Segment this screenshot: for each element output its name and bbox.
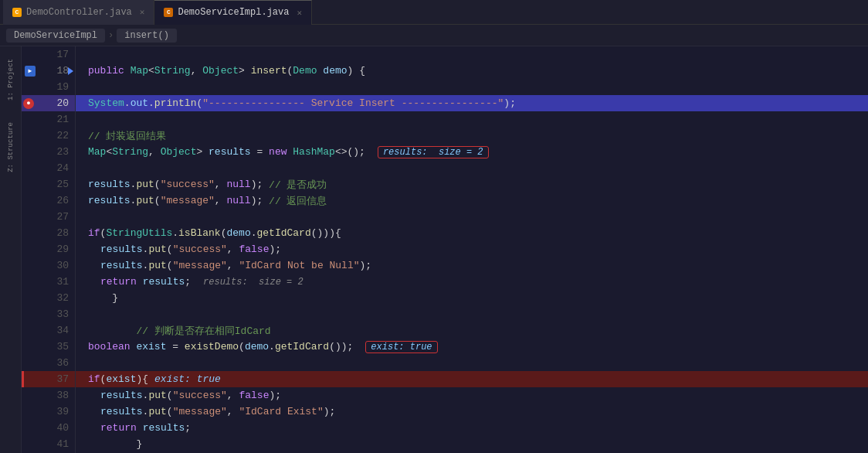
inline-value-gray-31: results: size = 2 (203, 277, 303, 288)
tab-icon-java: C (12, 8, 22, 17)
code-line-36 (76, 355, 868, 371)
gutter-41: 41 (22, 436, 75, 452)
code-line-35: boolean exist = existDemo ( demo . getId… (76, 339, 868, 355)
gutter-32: 32 (22, 290, 75, 306)
code-line-19 (76, 79, 868, 95)
code-line-22: // 封装返回结果 (76, 128, 868, 144)
code-area[interactable]: public Map < String , Object > insert ( … (76, 46, 868, 453)
gutter-36: 36 (22, 355, 75, 371)
code-line-33 (76, 306, 868, 322)
code-line-31: return results ; results: size = 2 (76, 274, 868, 290)
gutter-29: 29 (22, 241, 75, 257)
code-line-27 (76, 209, 868, 225)
gutter-30: 30 (22, 257, 75, 274)
gutter-28: 28 (22, 225, 75, 241)
code-line-18: public Map < String , Object > insert ( … (76, 63, 868, 79)
code-line-41: } (76, 436, 868, 452)
gutter-39: 39 (22, 404, 75, 420)
gutter-24: 24 (22, 160, 75, 176)
gutter-38: 38 (22, 387, 75, 404)
bookmark-icon: ▶ (25, 66, 36, 77)
code-line-26: results . put ( "message" , null ); // 返… (76, 192, 868, 209)
gutter-25: 25 (22, 176, 75, 192)
code-line-32: } (76, 290, 868, 306)
gutter-20: ● 20 (22, 95, 75, 111)
inline-value-results: results: size = 2 (378, 146, 489, 158)
code-line-34: // 判断是否存在相同IdCard (76, 322, 868, 339)
breadcrumb-bar: DemoServiceImpl › insert() (0, 25, 868, 46)
code-line-21 (76, 111, 868, 128)
breadcrumb-method[interactable]: insert() (117, 29, 177, 43)
code-line-23: Map < String , Object > results = new Ha… (76, 144, 868, 160)
breadcrumb-separator: › (108, 30, 114, 41)
code-line-17 (76, 46, 868, 63)
tab-bar: C DemoController.java ✕ C DemoServiceImp… (0, 0, 868, 25)
code-line-39: results . put ( "message" , "IdCard Exis… (76, 404, 868, 420)
code-line-30: results . put ( "message" , "IdCard Not … (76, 257, 868, 274)
breakpoint-icon-20: ● (23, 98, 34, 109)
gutter-34: 34 (22, 322, 75, 339)
code-line-28: if ( StringUtils . isBlank ( demo . getI… (76, 225, 868, 241)
sidebar-left[interactable]: 1: Project Z: Structure (0, 46, 22, 453)
gutter-26: 26 (22, 192, 75, 209)
breakpoint-arrow-18 (68, 67, 73, 75)
border-left-red (22, 371, 24, 387)
gutter-27: 27 (22, 209, 75, 225)
gutter: 17 ▶ 18 19 ● 20 21 22 23 24 25 26 27 28 … (22, 46, 76, 453)
breadcrumb-class[interactable]: DemoServiceImpl (6, 29, 105, 43)
code-line-20: System . out . println ( "--------------… (76, 95, 868, 111)
code-line-37: if ( exist ){ exist: true (76, 371, 868, 387)
structure-icon: Z: Structure (7, 119, 15, 175)
code-lines: public Map < String , Object > insert ( … (76, 46, 868, 453)
tab-label: DemoController.java (26, 7, 132, 18)
tab-close-icon[interactable]: ✕ (140, 7, 145, 17)
inline-value-exist: exist: true (365, 341, 437, 353)
gutter-21: 21 (22, 111, 75, 128)
gutter-31: 31 (22, 274, 75, 290)
code-line-38: results . put ( "success" , false ); (76, 387, 868, 404)
tab-close-icon-2[interactable]: ✕ (297, 8, 302, 18)
gutter-40: 40 (22, 420, 75, 436)
tab-label-2: DemoServiceImpl.java (178, 7, 289, 18)
gutter-22: 22 (22, 128, 75, 144)
gutter-37: 37 (22, 371, 75, 387)
code-line-24 (76, 160, 868, 176)
tab-demoServiceImpl[interactable]: C DemoServiceImpl.java ✕ (154, 0, 312, 25)
gutter-17: 17 (22, 46, 75, 63)
gutter-23: 23 (22, 144, 75, 160)
gutter-33: 33 (22, 306, 75, 322)
gutter-19: 19 (22, 79, 75, 95)
gutter-18: ▶ 18 (22, 63, 75, 79)
code-line-25: results . put ( "success" , null ); // 是… (76, 176, 868, 192)
gutter-35: 35 (22, 339, 75, 355)
project-icon: 1: Project (7, 56, 15, 104)
code-line-40: return results ; (76, 420, 868, 436)
tab-icon-java2: C (164, 8, 173, 17)
code-line-29: results . put ( "success" , false ); (76, 241, 868, 257)
editor-container: 1: Project Z: Structure 17 ▶ 18 19 ● 20 … (0, 46, 868, 453)
tab-demoController[interactable]: C DemoController.java ✕ (3, 0, 154, 25)
